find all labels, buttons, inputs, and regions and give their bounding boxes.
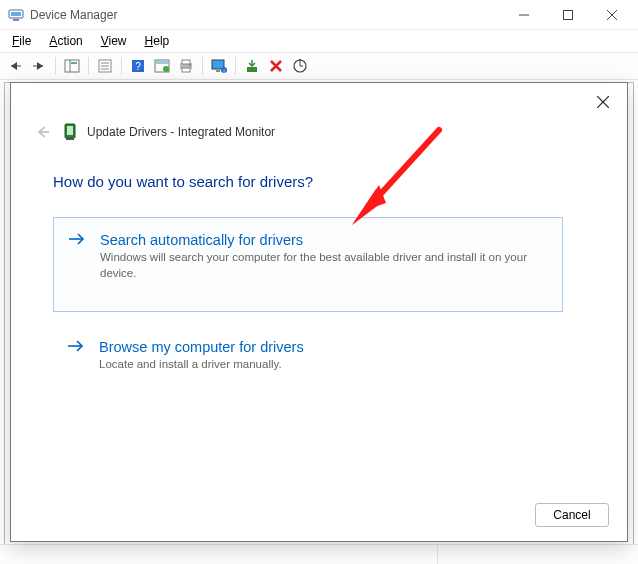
menu-help[interactable]: Help: [137, 32, 178, 50]
dialog-title: Update Drivers - Integrated Monitor: [87, 125, 275, 139]
show-hide-tree-icon[interactable]: [61, 55, 83, 77]
titlebar: Device Manager: [0, 0, 638, 30]
minimize-button[interactable]: [502, 1, 546, 29]
option-description: Windows will search your computer for th…: [100, 250, 546, 281]
svg-rect-22: [182, 60, 190, 64]
menu-action[interactable]: Action: [41, 32, 90, 50]
menubar: File Action View Help: [0, 30, 638, 52]
svg-rect-4: [564, 10, 573, 19]
option-description: Locate and install a driver manually.: [99, 357, 547, 373]
svg-rect-2: [13, 19, 19, 21]
option-title: Browse my computer for drivers: [99, 339, 547, 355]
dialog-close-button[interactable]: [583, 87, 623, 117]
svg-point-24: [189, 64, 191, 66]
update-drivers-dialog: Update Drivers - Integrated Monitor How …: [10, 82, 628, 542]
print-icon[interactable]: [175, 55, 197, 77]
svg-rect-38: [66, 138, 74, 140]
toolbar-separator: [121, 57, 122, 75]
close-button[interactable]: [590, 1, 634, 29]
arrow-right-icon: [67, 339, 85, 353]
toolbar-separator: [55, 57, 56, 75]
cancel-button[interactable]: Cancel: [535, 503, 609, 527]
dialog-back-button: [33, 125, 53, 139]
svg-text:i: i: [223, 68, 224, 74]
statusbar: [0, 544, 638, 564]
svg-rect-26: [216, 70, 220, 72]
update-driver-icon[interactable]: [151, 55, 173, 77]
svg-rect-9: [65, 60, 79, 72]
statusbar-cell: [0, 545, 438, 564]
toolbar-separator: [235, 57, 236, 75]
window-title: Device Manager: [30, 8, 502, 22]
svg-text:?: ?: [135, 61, 141, 72]
menu-file[interactable]: File: [4, 32, 39, 50]
properties-icon[interactable]: [94, 55, 116, 77]
svg-rect-19: [156, 61, 168, 64]
option-browse-computer[interactable]: Browse my computer for drivers Locate an…: [53, 325, 563, 383]
install-icon[interactable]: [241, 55, 263, 77]
toolbar: ? i: [0, 52, 638, 80]
dialog-header: Update Drivers - Integrated Monitor: [33, 123, 275, 141]
svg-rect-1: [11, 12, 21, 16]
svg-rect-37: [67, 126, 73, 135]
toolbar-separator: [88, 57, 89, 75]
svg-point-20: [163, 66, 169, 72]
help-icon[interactable]: ?: [127, 55, 149, 77]
cancel-button-label: Cancel: [553, 508, 590, 522]
menu-view[interactable]: View: [93, 32, 135, 50]
window-controls: [502, 1, 634, 29]
monitor-icon: [63, 123, 77, 141]
delete-icon[interactable]: [265, 55, 287, 77]
option-title: Search automatically for drivers: [100, 232, 546, 248]
option-search-automatically[interactable]: Search automatically for drivers Windows…: [53, 217, 563, 312]
svg-rect-11: [71, 62, 77, 64]
back-arrow-icon[interactable]: [4, 55, 26, 77]
toolbar-separator: [202, 57, 203, 75]
statusbar-cell: [438, 545, 638, 564]
svg-rect-29: [247, 67, 257, 72]
monitor-info-icon[interactable]: i: [208, 55, 230, 77]
dialog-heading: How do you want to search for drivers?: [53, 173, 313, 190]
forward-arrow-icon[interactable]: [28, 55, 50, 77]
app-icon: [8, 7, 24, 23]
arrow-right-icon: [68, 232, 86, 246]
svg-rect-23: [182, 68, 190, 72]
scan-hardware-icon[interactable]: [289, 55, 311, 77]
maximize-button[interactable]: [546, 1, 590, 29]
